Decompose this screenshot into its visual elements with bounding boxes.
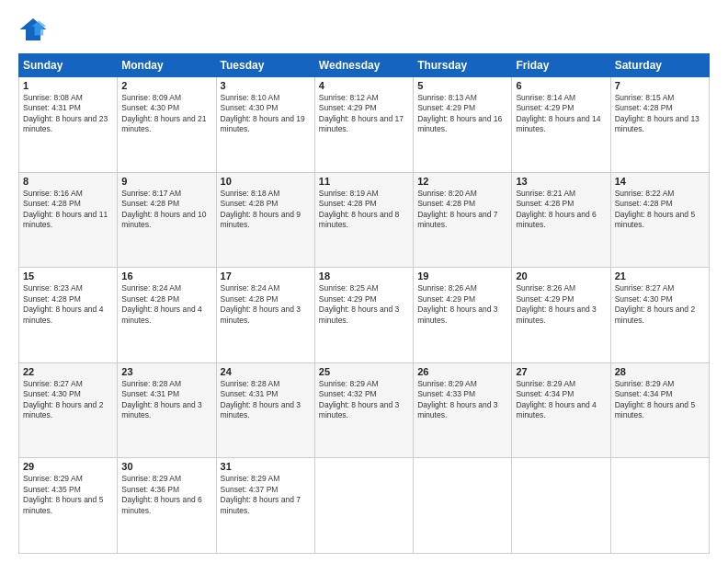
calendar-cell: 28Sunrise: 8:29 AMSunset: 4:34 PMDayligh… xyxy=(610,362,709,458)
day-number: 8 xyxy=(23,176,113,187)
day-number: 6 xyxy=(516,80,606,91)
page: SundayMondayTuesdayWednesdayThursdayFrid… xyxy=(0,0,728,563)
calendar-cell: 21Sunrise: 8:27 AMSunset: 4:30 PMDayligh… xyxy=(610,268,709,363)
calendar-cell: 8Sunrise: 8:16 AMSunset: 4:28 PMDaylight… xyxy=(19,172,118,268)
day-number: 11 xyxy=(319,176,409,187)
day-number: 12 xyxy=(417,176,507,187)
day-number: 15 xyxy=(23,270,113,282)
cell-content: Sunrise: 8:18 AMSunset: 4:28 PMDaylight:… xyxy=(221,189,311,231)
day-number: 22 xyxy=(23,366,113,377)
day-number: 9 xyxy=(121,176,211,187)
calendar-week-row: 22Sunrise: 8:27 AMSunset: 4:30 PMDayligh… xyxy=(19,362,710,458)
cell-content: Sunrise: 8:22 AMSunset: 4:28 PMDaylight:… xyxy=(615,189,705,231)
cell-content: Sunrise: 8:29 AMSunset: 4:35 PMDaylight:… xyxy=(23,474,113,516)
day-number: 26 xyxy=(417,366,507,377)
cell-content: Sunrise: 8:29 AMSunset: 4:34 PMDaylight:… xyxy=(516,379,606,421)
calendar-cell: 25Sunrise: 8:29 AMSunset: 4:32 PMDayligh… xyxy=(314,362,413,458)
cell-content: Sunrise: 8:17 AMSunset: 4:28 PMDaylight:… xyxy=(121,189,211,231)
header xyxy=(18,15,710,44)
calendar-cell: 16Sunrise: 8:24 AMSunset: 4:28 PMDayligh… xyxy=(118,268,216,363)
weekday-header: Tuesday xyxy=(216,54,314,77)
cell-content: Sunrise: 8:20 AMSunset: 4:28 PMDaylight:… xyxy=(417,189,507,231)
cell-content: Sunrise: 8:29 AMSunset: 4:37 PMDaylight:… xyxy=(221,474,311,516)
cell-content: Sunrise: 8:10 AMSunset: 4:30 PMDaylight:… xyxy=(221,93,311,135)
logo-icon xyxy=(18,15,48,44)
day-number: 7 xyxy=(615,80,705,91)
calendar-header-row: SundayMondayTuesdayWednesdayThursdayFrid… xyxy=(19,54,710,77)
calendar-cell: 30Sunrise: 8:29 AMSunset: 4:36 PMDayligh… xyxy=(118,458,216,554)
cell-content: Sunrise: 8:26 AMSunset: 4:29 PMDaylight:… xyxy=(516,283,606,326)
day-number: 13 xyxy=(516,176,606,187)
weekday-header: Saturday xyxy=(610,54,709,77)
calendar-cell: 18Sunrise: 8:25 AMSunset: 4:29 PMDayligh… xyxy=(314,268,413,363)
day-number: 23 xyxy=(121,366,211,377)
calendar-cell: 9Sunrise: 8:17 AMSunset: 4:28 PMDaylight… xyxy=(118,172,216,268)
cell-content: Sunrise: 8:29 AMSunset: 4:34 PMDaylight:… xyxy=(615,379,705,421)
cell-content: Sunrise: 8:09 AMSunset: 4:30 PMDaylight:… xyxy=(121,93,211,135)
calendar-cell: 29Sunrise: 8:29 AMSunset: 4:35 PMDayligh… xyxy=(19,458,118,554)
calendar-cell: 24Sunrise: 8:28 AMSunset: 4:31 PMDayligh… xyxy=(216,362,314,458)
day-number: 31 xyxy=(221,461,311,472)
calendar-cell: 10Sunrise: 8:18 AMSunset: 4:28 PMDayligh… xyxy=(216,172,314,268)
calendar-cell: 4Sunrise: 8:12 AMSunset: 4:29 PMDaylight… xyxy=(314,77,413,173)
calendar-cell: 26Sunrise: 8:29 AMSunset: 4:33 PMDayligh… xyxy=(414,362,512,458)
calendar-cell: 27Sunrise: 8:29 AMSunset: 4:34 PMDayligh… xyxy=(512,362,610,458)
cell-content: Sunrise: 8:29 AMSunset: 4:32 PMDaylight:… xyxy=(319,379,409,421)
calendar-cell: 7Sunrise: 8:15 AMSunset: 4:28 PMDaylight… xyxy=(610,77,709,173)
calendar-cell: 20Sunrise: 8:26 AMSunset: 4:29 PMDayligh… xyxy=(512,268,610,363)
day-number: 14 xyxy=(615,176,705,187)
calendar-cell: 12Sunrise: 8:20 AMSunset: 4:28 PMDayligh… xyxy=(414,172,512,268)
logo xyxy=(18,15,51,44)
calendar-cell: 17Sunrise: 8:24 AMSunset: 4:28 PMDayligh… xyxy=(216,268,314,363)
day-number: 27 xyxy=(516,366,606,377)
calendar-cell: 6Sunrise: 8:14 AMSunset: 4:29 PMDaylight… xyxy=(512,77,610,173)
day-number: 4 xyxy=(319,80,409,91)
day-number: 20 xyxy=(516,270,606,282)
day-number: 29 xyxy=(23,461,113,472)
day-number: 18 xyxy=(319,270,409,282)
day-number: 28 xyxy=(615,366,705,377)
calendar-cell: 3Sunrise: 8:10 AMSunset: 4:30 PMDaylight… xyxy=(216,77,314,173)
day-number: 5 xyxy=(417,80,507,91)
calendar-cell: 13Sunrise: 8:21 AMSunset: 4:28 PMDayligh… xyxy=(512,172,610,268)
cell-content: Sunrise: 8:26 AMSunset: 4:29 PMDaylight:… xyxy=(417,283,507,326)
calendar-cell: 2Sunrise: 8:09 AMSunset: 4:30 PMDaylight… xyxy=(118,77,216,173)
cell-content: Sunrise: 8:16 AMSunset: 4:28 PMDaylight:… xyxy=(23,189,113,231)
calendar-week-row: 1Sunrise: 8:08 AMSunset: 4:31 PMDaylight… xyxy=(19,77,710,173)
weekday-header: Friday xyxy=(512,54,610,77)
cell-content: Sunrise: 8:29 AMSunset: 4:36 PMDaylight:… xyxy=(121,474,211,516)
day-number: 3 xyxy=(221,80,311,91)
weekday-header: Monday xyxy=(118,54,216,77)
weekday-header: Thursday xyxy=(414,54,512,77)
calendar-cell xyxy=(414,458,512,554)
calendar-cell xyxy=(314,458,413,554)
calendar-cell: 15Sunrise: 8:23 AMSunset: 4:28 PMDayligh… xyxy=(19,268,118,363)
day-number: 25 xyxy=(319,366,409,377)
day-number: 24 xyxy=(221,366,311,377)
cell-content: Sunrise: 8:24 AMSunset: 4:28 PMDaylight:… xyxy=(221,283,311,326)
cell-content: Sunrise: 8:28 AMSunset: 4:31 PMDaylight:… xyxy=(121,379,211,421)
calendar-week-row: 29Sunrise: 8:29 AMSunset: 4:35 PMDayligh… xyxy=(19,458,710,554)
day-number: 1 xyxy=(23,80,113,91)
day-number: 16 xyxy=(121,270,211,282)
day-number: 21 xyxy=(615,270,705,282)
cell-content: Sunrise: 8:08 AMSunset: 4:31 PMDaylight:… xyxy=(23,93,113,135)
weekday-header: Wednesday xyxy=(314,54,413,77)
calendar-cell: 14Sunrise: 8:22 AMSunset: 4:28 PMDayligh… xyxy=(610,172,709,268)
calendar-week-row: 15Sunrise: 8:23 AMSunset: 4:28 PMDayligh… xyxy=(19,268,710,363)
cell-content: Sunrise: 8:24 AMSunset: 4:28 PMDaylight:… xyxy=(121,283,211,326)
calendar-cell: 23Sunrise: 8:28 AMSunset: 4:31 PMDayligh… xyxy=(118,362,216,458)
cell-content: Sunrise: 8:19 AMSunset: 4:28 PMDaylight:… xyxy=(319,189,409,231)
calendar-cell xyxy=(610,458,709,554)
cell-content: Sunrise: 8:21 AMSunset: 4:28 PMDaylight:… xyxy=(516,189,606,231)
cell-content: Sunrise: 8:13 AMSunset: 4:29 PMDaylight:… xyxy=(417,93,507,135)
cell-content: Sunrise: 8:28 AMSunset: 4:31 PMDaylight:… xyxy=(221,379,311,421)
day-number: 19 xyxy=(417,270,507,282)
cell-content: Sunrise: 8:12 AMSunset: 4:29 PMDaylight:… xyxy=(319,93,409,135)
day-number: 2 xyxy=(121,80,211,91)
cell-content: Sunrise: 8:14 AMSunset: 4:29 PMDaylight:… xyxy=(516,93,606,135)
calendar-table: SundayMondayTuesdayWednesdayThursdayFrid… xyxy=(18,53,710,554)
cell-content: Sunrise: 8:27 AMSunset: 4:30 PMDaylight:… xyxy=(615,283,705,326)
cell-content: Sunrise: 8:29 AMSunset: 4:33 PMDaylight:… xyxy=(417,379,507,421)
weekday-header: Sunday xyxy=(19,54,118,77)
